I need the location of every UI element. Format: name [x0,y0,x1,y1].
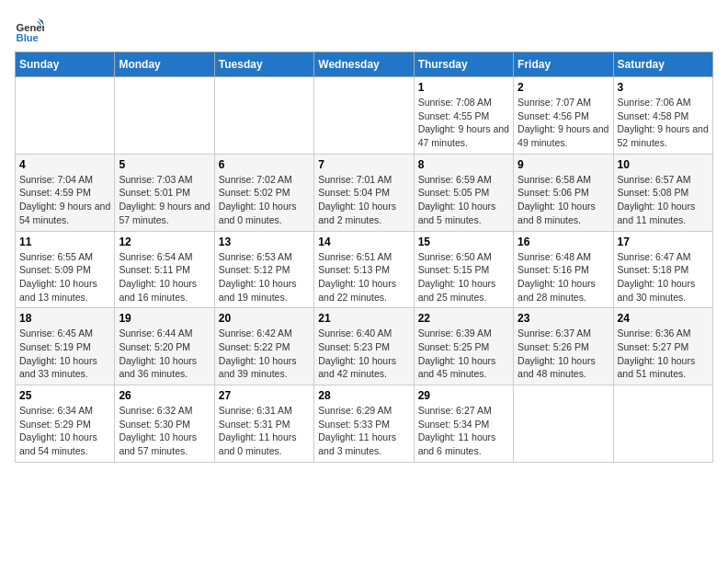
calendar-cell [16,77,115,155]
calendar-cell: 12Sunrise: 6:54 AMSunset: 5:11 PMDayligh… [115,231,214,308]
calendar-cell [613,385,712,463]
day-info: Sunrise: 7:06 AMSunset: 4:58 PMDaylight:… [618,96,709,150]
day-number: 12 [119,236,210,248]
calendar-cell: 15Sunrise: 6:50 AMSunset: 5:15 PMDayligh… [414,231,513,308]
day-header-sunday: Sunday [16,52,115,77]
day-header-saturday: Saturday [613,52,712,77]
day-number: 20 [219,312,310,325]
day-info: Sunrise: 6:50 AMSunset: 5:15 PMDaylight:… [418,250,509,304]
day-number: 17 [618,236,709,248]
day-info: Sunrise: 6:48 AMSunset: 5:16 PMDaylight:… [518,250,609,304]
calendar-cell: 4Sunrise: 7:04 AMSunset: 4:59 PMDaylight… [16,154,115,231]
day-number: 14 [318,236,409,248]
day-number: 23 [518,312,609,325]
day-info: Sunrise: 6:44 AMSunset: 5:20 PMDaylight:… [119,327,210,381]
day-number: 7 [318,158,409,171]
day-number: 24 [618,312,709,325]
day-header-monday: Monday [115,52,214,77]
calendar-cell: 26Sunrise: 6:32 AMSunset: 5:30 PMDayligh… [115,385,214,463]
day-number: 16 [518,236,609,248]
day-number: 9 [518,158,609,171]
calendar-cell: 1Sunrise: 7:08 AMSunset: 4:55 PMDaylight… [414,77,513,155]
day-header-thursday: Thursday [414,52,513,77]
day-info: Sunrise: 7:04 AMSunset: 4:59 PMDaylight:… [19,173,110,227]
calendar-cell: 5Sunrise: 7:03 AMSunset: 5:01 PMDaylight… [115,154,214,231]
day-info: Sunrise: 6:39 AMSunset: 5:25 PMDaylight:… [418,327,509,381]
day-info: Sunrise: 7:02 AMSunset: 5:02 PMDaylight:… [219,173,310,227]
calendar-cell: 13Sunrise: 6:53 AMSunset: 5:12 PMDayligh… [214,231,313,308]
day-number: 27 [219,389,310,402]
calendar-cell [314,77,414,155]
calendar-cell: 10Sunrise: 6:57 AMSunset: 5:08 PMDayligh… [613,154,712,231]
calendar-cell: 20Sunrise: 6:42 AMSunset: 5:22 PMDayligh… [214,308,313,385]
day-number: 15 [418,236,509,248]
day-info: Sunrise: 6:27 AMSunset: 5:34 PMDaylight:… [418,404,509,458]
calendar-cell [514,385,613,463]
calendar-cell: 9Sunrise: 6:58 AMSunset: 5:06 PMDaylight… [514,154,613,231]
calendar-cell: 29Sunrise: 6:27 AMSunset: 5:34 PMDayligh… [414,385,513,463]
svg-text:Blue: Blue [17,32,39,43]
day-info: Sunrise: 6:36 AMSunset: 5:27 PMDaylight:… [618,327,709,381]
day-info: Sunrise: 6:51 AMSunset: 5:13 PMDaylight:… [318,250,409,304]
calendar-week-4: 18Sunrise: 6:45 AMSunset: 5:19 PMDayligh… [16,308,713,385]
calendar-cell: 27Sunrise: 6:31 AMSunset: 5:31 PMDayligh… [214,385,313,463]
day-info: Sunrise: 6:45 AMSunset: 5:19 PMDaylight:… [19,327,110,381]
day-info: Sunrise: 6:42 AMSunset: 5:22 PMDaylight:… [219,327,310,381]
day-number: 11 [19,236,110,248]
day-number: 8 [418,158,509,171]
calendar-cell: 18Sunrise: 6:45 AMSunset: 5:19 PMDayligh… [16,308,115,385]
calendar-cell: 25Sunrise: 6:34 AMSunset: 5:29 PMDayligh… [16,385,115,463]
day-number: 29 [418,389,509,402]
day-number: 22 [418,312,509,325]
day-number: 6 [219,158,310,171]
calendar-table: SundayMondayTuesdayWednesdayThursdayFrid… [15,52,713,463]
day-header-wednesday: Wednesday [314,52,414,77]
day-header-friday: Friday [514,52,613,77]
day-info: Sunrise: 7:08 AMSunset: 4:55 PMDaylight:… [418,96,509,150]
calendar-week-3: 11Sunrise: 6:55 AMSunset: 5:09 PMDayligh… [16,231,713,308]
day-info: Sunrise: 6:55 AMSunset: 5:09 PMDaylight:… [19,250,110,304]
calendar-week-2: 4Sunrise: 7:04 AMSunset: 4:59 PMDaylight… [16,154,713,231]
calendar-cell [214,77,313,155]
day-number: 28 [318,389,409,402]
calendar-cell: 11Sunrise: 6:55 AMSunset: 5:09 PMDayligh… [16,231,115,308]
logo: General Blue [15,15,48,44]
calendar-week-1: 1Sunrise: 7:08 AMSunset: 4:55 PMDaylight… [16,77,713,155]
day-number: 26 [119,389,210,402]
calendar-cell: 28Sunrise: 6:29 AMSunset: 5:33 PMDayligh… [314,385,414,463]
calendar-header-row: SundayMondayTuesdayWednesdayThursdayFrid… [16,52,713,77]
calendar-week-5: 25Sunrise: 6:34 AMSunset: 5:29 PMDayligh… [16,385,713,463]
day-info: Sunrise: 7:07 AMSunset: 4:56 PMDaylight:… [518,96,609,150]
day-info: Sunrise: 6:32 AMSunset: 5:30 PMDaylight:… [119,404,210,458]
calendar-cell: 22Sunrise: 6:39 AMSunset: 5:25 PMDayligh… [414,308,513,385]
day-info: Sunrise: 6:57 AMSunset: 5:08 PMDaylight:… [618,173,709,227]
day-number: 5 [119,158,210,171]
day-number: 1 [418,81,509,94]
day-info: Sunrise: 6:59 AMSunset: 5:05 PMDaylight:… [418,173,509,227]
calendar-cell: 19Sunrise: 6:44 AMSunset: 5:20 PMDayligh… [115,308,214,385]
day-header-tuesday: Tuesday [214,52,313,77]
calendar-cell: 6Sunrise: 7:02 AMSunset: 5:02 PMDaylight… [214,154,313,231]
calendar-cell: 17Sunrise: 6:47 AMSunset: 5:18 PMDayligh… [613,231,712,308]
calendar-cell: 16Sunrise: 6:48 AMSunset: 5:16 PMDayligh… [514,231,613,308]
calendar-cell: 2Sunrise: 7:07 AMSunset: 4:56 PMDaylight… [514,77,613,155]
day-number: 13 [219,236,310,248]
day-info: Sunrise: 6:31 AMSunset: 5:31 PMDaylight:… [219,404,310,458]
day-info: Sunrise: 6:34 AMSunset: 5:29 PMDaylight:… [19,404,110,458]
calendar-cell: 21Sunrise: 6:40 AMSunset: 5:23 PMDayligh… [314,308,414,385]
calendar-cell: 23Sunrise: 6:37 AMSunset: 5:26 PMDayligh… [514,308,613,385]
logo-icon: General Blue [15,15,44,44]
calendar-cell: 3Sunrise: 7:06 AMSunset: 4:58 PMDaylight… [613,77,712,155]
day-number: 4 [19,158,110,171]
day-info: Sunrise: 6:58 AMSunset: 5:06 PMDaylight:… [518,173,609,227]
day-number: 21 [318,312,409,325]
day-number: 10 [618,158,709,171]
header: General Blue [15,15,713,44]
day-number: 19 [119,312,210,325]
day-info: Sunrise: 6:29 AMSunset: 5:33 PMDaylight:… [318,404,409,458]
calendar-cell [115,77,214,155]
calendar-cell: 14Sunrise: 6:51 AMSunset: 5:13 PMDayligh… [314,231,414,308]
day-number: 2 [518,81,609,94]
day-info: Sunrise: 6:53 AMSunset: 5:12 PMDaylight:… [219,250,310,304]
calendar-cell: 8Sunrise: 6:59 AMSunset: 5:05 PMDaylight… [414,154,513,231]
